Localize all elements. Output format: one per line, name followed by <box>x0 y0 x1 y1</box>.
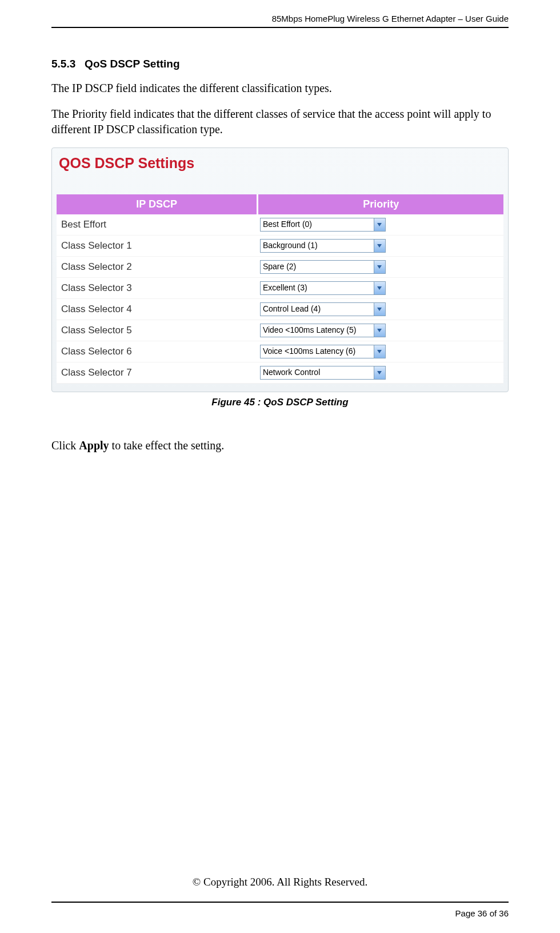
apply-bold-word: Apply <box>79 439 109 452</box>
section-title: QoS DSCP Setting <box>85 58 179 70</box>
svg-marker-7 <box>377 371 382 374</box>
svg-marker-3 <box>377 286 382 290</box>
priority-select[interactable]: Video <100ms Latency (5) <box>260 324 386 337</box>
dscp-label: Best Effort <box>57 214 258 236</box>
dscp-label: Class Selector 5 <box>57 320 258 341</box>
figure-caption: Figure 45 : QoS DSCP Setting <box>51 397 509 408</box>
dscp-label: Class Selector 4 <box>57 299 258 320</box>
priority-select-value: Video <100ms Latency (5) <box>261 324 374 337</box>
chevron-down-icon <box>374 303 385 316</box>
section-number: 5.5.3 <box>51 58 75 70</box>
apply-prefix: Click <box>51 439 79 452</box>
priority-select-value: Background (1) <box>261 240 374 252</box>
table-row: Class Selector 6 Voice <100ms Latency (6… <box>57 341 503 362</box>
svg-marker-4 <box>377 308 382 311</box>
chevron-down-icon <box>374 282 385 294</box>
svg-marker-2 <box>377 265 382 269</box>
table-row: Class Selector 2 Spare (2) <box>57 257 503 278</box>
priority-select-value: Spare (2) <box>261 261 374 273</box>
svg-marker-0 <box>377 223 382 226</box>
svg-marker-1 <box>377 244 382 248</box>
copyright-text: © Copyright 2006. All Rights Reserved. <box>0 876 560 888</box>
qos-dscp-panel: QOS DSCP Settings IP DSCP Priority Best … <box>51 147 509 392</box>
chevron-down-icon <box>374 366 385 379</box>
table-row: Class Selector 3 Excellent (3) <box>57 278 503 299</box>
paragraph-2: The Priority field indicates that the di… <box>51 106 509 137</box>
chevron-down-icon <box>374 240 385 252</box>
apply-instruction: Click Apply to take effect the setting. <box>51 439 509 452</box>
svg-marker-5 <box>377 329 382 332</box>
dscp-label: Class Selector 1 <box>57 236 258 257</box>
footer-divider <box>51 902 509 903</box>
table-row: Class Selector 5 Video <100ms Latency (5… <box>57 320 503 341</box>
chevron-down-icon <box>374 324 385 337</box>
priority-select[interactable]: Excellent (3) <box>260 281 386 295</box>
paragraph-1: The IP DSCP field indicates the differen… <box>51 81 509 96</box>
table-row: Class Selector 4 Control Lead (4) <box>57 299 503 320</box>
table-row: Best Effort Best Effort (0) <box>57 214 503 236</box>
dscp-label: Class Selector 6 <box>57 341 258 362</box>
chevron-down-icon <box>374 218 385 231</box>
priority-select[interactable]: Background (1) <box>260 239 386 253</box>
priority-select[interactable]: Network Control <box>260 366 386 380</box>
svg-marker-6 <box>377 350 382 353</box>
col-header-ip-dscp: IP DSCP <box>57 194 258 214</box>
chevron-down-icon <box>374 261 385 273</box>
section-heading: 5.5.3 QoS DSCP Setting <box>51 58 509 70</box>
priority-select-value: Best Effort (0) <box>261 218 374 231</box>
dscp-label: Class Selector 2 <box>57 257 258 278</box>
priority-select-value: Network Control <box>261 366 374 379</box>
priority-select-value: Voice <100ms Latency (6) <box>261 345 374 358</box>
col-header-priority: Priority <box>258 194 503 214</box>
apply-suffix: to take effect the setting. <box>109 439 225 452</box>
table-row: Class Selector 1 Background (1) <box>57 236 503 257</box>
priority-select[interactable]: Best Effort (0) <box>260 218 386 232</box>
doc-header-title: 85Mbps HomePlug Wireless G Ethernet Adap… <box>51 14 509 27</box>
table-row: Class Selector 7 Network Control <box>57 362 503 384</box>
priority-select-value: Control Lead (4) <box>261 303 374 316</box>
panel-title: QOS DSCP Settings <box>57 151 503 194</box>
dscp-label: Class Selector 3 <box>57 278 258 299</box>
priority-select-value: Excellent (3) <box>261 282 374 294</box>
priority-select[interactable]: Voice <100ms Latency (6) <box>260 345 386 358</box>
chevron-down-icon <box>374 345 385 358</box>
header-divider <box>51 27 509 28</box>
qos-dscp-table: IP DSCP Priority Best Effort Best Effort… <box>57 194 503 384</box>
page-number: Page 36 of 36 <box>51 908 509 918</box>
priority-select[interactable]: Spare (2) <box>260 260 386 274</box>
dscp-label: Class Selector 7 <box>57 362 258 384</box>
priority-select[interactable]: Control Lead (4) <box>260 302 386 316</box>
